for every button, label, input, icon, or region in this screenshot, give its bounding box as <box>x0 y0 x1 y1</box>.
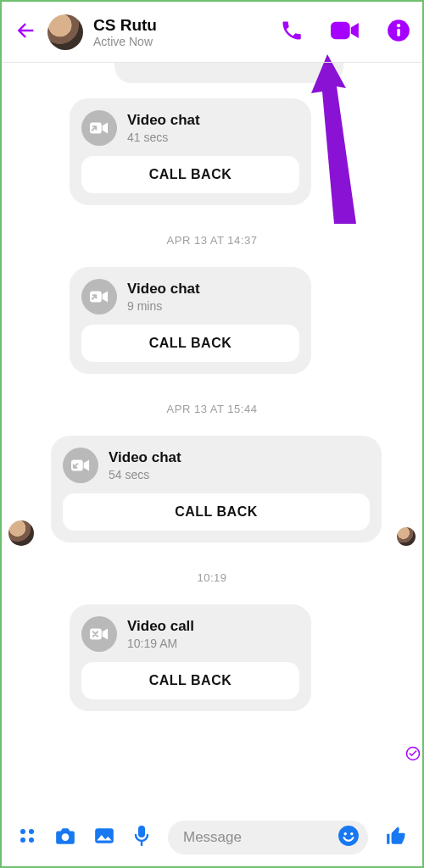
contact-name: CS Rutu <box>93 16 270 35</box>
call-card: Video call 10:19 AM CALL BACK <box>70 604 311 711</box>
chat-body: Video chat 41 secs CALL BACK APR 13 AT 1… <box>2 63 422 814</box>
timestamp: APR 13 AT 15:44 <box>12 403 412 415</box>
call-card-head: Video chat 54 secs <box>63 448 370 483</box>
call-card-head: Video call 10:19 AM <box>81 616 299 652</box>
message-input[interactable]: Message <box>168 821 368 854</box>
call-card: Video chat 54 secs CALL BACK <box>51 436 382 542</box>
video-out-icon <box>81 110 117 146</box>
call-back-button[interactable]: CALL BACK <box>81 156 299 193</box>
like-icon[interactable] <box>385 825 407 850</box>
svg-rect-0 <box>331 21 350 38</box>
call-card: Video chat 9 mins CALL BACK <box>70 267 311 374</box>
video-in-icon <box>63 448 98 483</box>
svg-point-10 <box>29 829 34 834</box>
back-arrow-icon[interactable] <box>14 19 37 46</box>
timestamp: APR 13 AT 14:37 <box>12 234 412 247</box>
app-screen: CS Rutu Active Now Video chat <box>0 0 424 868</box>
phone-icon[interactable] <box>280 19 304 46</box>
receiver-avatar[interactable] <box>397 527 416 546</box>
info-icon[interactable] <box>387 19 410 46</box>
svg-point-16 <box>338 826 359 846</box>
title-block[interactable]: CS Rutu Active Now <box>93 16 270 48</box>
emoji-icon[interactable] <box>338 825 360 850</box>
call-back-button[interactable]: CALL BACK <box>63 493 370 531</box>
call-row: Video chat 54 secs CALL BACK <box>12 436 412 542</box>
svg-point-3 <box>397 24 400 27</box>
call-card: Video chat 41 secs CALL BACK <box>70 98 311 205</box>
call-card-head: Video chat 9 mins <box>81 279 299 314</box>
mic-icon[interactable] <box>132 825 151 850</box>
composer-bar: Message <box>2 814 422 866</box>
message-placeholder: Message <box>183 829 331 846</box>
svg-point-18 <box>350 832 353 835</box>
call-back-button[interactable]: CALL BACK <box>81 662 299 699</box>
video-icon[interactable] <box>331 19 360 46</box>
gallery-icon[interactable] <box>93 826 115 849</box>
call-time: 10:19 AM <box>127 637 194 650</box>
video-out-icon <box>81 279 117 314</box>
call-title: Video chat <box>127 112 200 129</box>
call-card-head: Video chat 41 secs <box>81 110 299 146</box>
svg-rect-14 <box>95 828 114 843</box>
call-duration: 54 secs <box>109 468 181 481</box>
svg-rect-2 <box>397 28 400 36</box>
svg-point-11 <box>20 837 25 843</box>
call-title: Video call <box>127 618 194 635</box>
svg-point-12 <box>29 837 34 843</box>
chat-header: CS Rutu Active Now <box>2 2 422 63</box>
camera-icon[interactable] <box>54 826 76 849</box>
contact-status: Active Now <box>93 35 270 48</box>
svg-rect-15 <box>138 826 145 837</box>
svg-point-13 <box>62 833 70 841</box>
timestamp: 10:19 <box>12 571 412 584</box>
sender-avatar[interactable] <box>8 520 34 546</box>
call-duration: 9 mins <box>127 299 200 313</box>
svg-point-17 <box>343 832 346 835</box>
apps-icon[interactable] <box>17 826 37 849</box>
call-back-button[interactable]: CALL BACK <box>81 325 299 362</box>
delivered-check-icon <box>405 746 421 765</box>
call-duration: 41 secs <box>127 131 200 144</box>
call-title: Video chat <box>109 449 181 466</box>
avatar[interactable] <box>47 14 83 50</box>
prev-card-peek <box>114 63 343 83</box>
video-missed-icon <box>81 616 117 652</box>
call-title: Video chat <box>127 281 200 298</box>
svg-point-9 <box>20 829 25 834</box>
